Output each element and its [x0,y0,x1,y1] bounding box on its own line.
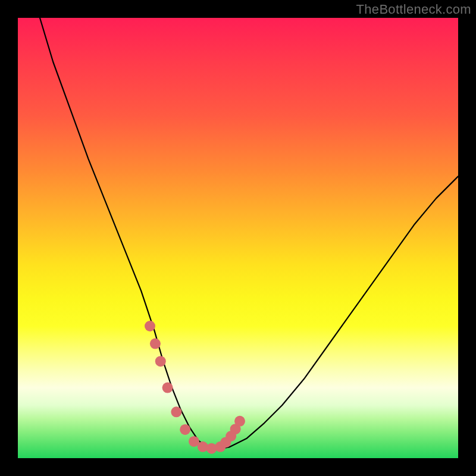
bottleneck-curve [40,18,458,449]
plot-area [18,18,458,458]
curve-marker [171,406,181,417]
curve-marker [145,321,155,331]
highlight-dots [145,321,245,454]
chart-overlay [18,18,458,458]
chart-frame: TheBottleneck.com [0,0,476,476]
bottleneck-curve-path [40,18,458,449]
curve-marker [162,383,173,393]
curve-marker [150,339,161,349]
curve-marker [234,416,245,427]
curve-marker [155,356,166,367]
watermark-text: TheBottleneck.com [356,2,471,17]
curve-marker [180,424,190,435]
